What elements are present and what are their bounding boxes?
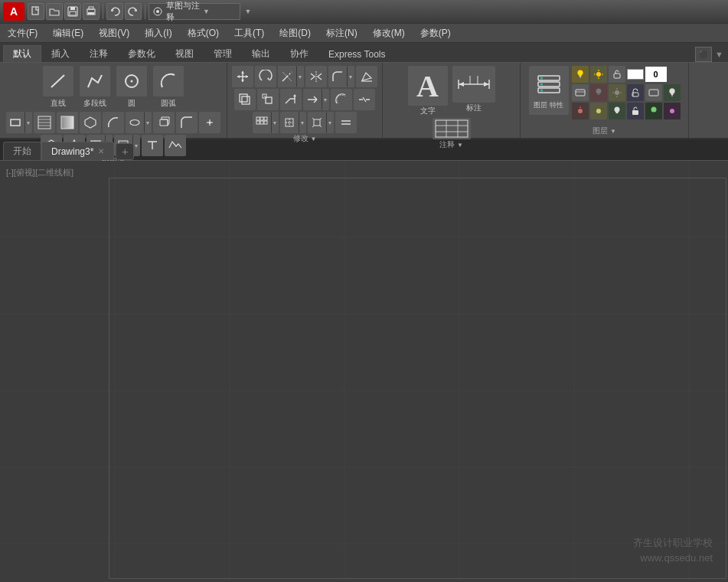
- move2-tool[interactable]: [280, 112, 299, 133]
- tab-express-tools[interactable]: Express Tools: [318, 45, 395, 62]
- table-tool[interactable]: [433, 118, 471, 139]
- layer-controls: 0: [572, 66, 681, 119]
- layer-btn10[interactable]: [627, 103, 644, 119]
- trim-tool[interactable]: [278, 66, 296, 87]
- menu-modify[interactable]: 修改(M): [365, 24, 413, 42]
- layers-group-label[interactable]: 图层: [593, 126, 616, 138]
- tab-manage[interactable]: 管理: [204, 45, 242, 62]
- hatch-tool[interactable]: [34, 112, 55, 133]
- text-tool-small[interactable]: [142, 135, 163, 156]
- arc-tool[interactable]: 圆弧: [153, 66, 184, 109]
- layer-btn5[interactable]: [645, 84, 662, 101]
- menu-view[interactable]: 视图(V): [91, 24, 137, 42]
- workspace-dropdown[interactable]: 草图与注释 ▼: [149, 3, 240, 20]
- layer-btn1[interactable]: [572, 84, 589, 101]
- explode-tool[interactable]: [308, 112, 326, 133]
- break-tool[interactable]: [354, 89, 375, 110]
- layer-properties-tool[interactable]: 图层 特性: [529, 66, 569, 115]
- ellipse-tool[interactable]: [126, 112, 144, 133]
- menu-insert[interactable]: 插入(I): [137, 24, 179, 42]
- tab-parametric[interactable]: 参数化: [118, 45, 165, 62]
- gradient-tool[interactable]: [57, 112, 78, 133]
- new-tab-button[interactable]: +: [116, 143, 134, 160]
- point-tool[interactable]: [199, 112, 220, 133]
- undo-button[interactable]: [106, 3, 123, 20]
- extend-tool[interactable]: [303, 89, 322, 110]
- open-button[interactable]: [46, 3, 63, 20]
- menu-annotate[interactable]: 标注(N): [318, 24, 365, 42]
- rectangle-tool[interactable]: [6, 112, 24, 133]
- text-tool[interactable]: A 文字: [408, 66, 448, 116]
- polyline-tool[interactable]: 多段线: [80, 66, 110, 109]
- equal-tool[interactable]: [335, 112, 357, 133]
- annotate-group-label[interactable]: 注释: [439, 139, 463, 152]
- layer-lock[interactable]: [609, 66, 625, 83]
- layer-btn2[interactable]: [590, 84, 607, 101]
- mirror-tool[interactable]: [305, 66, 327, 87]
- layer-btn4[interactable]: [627, 84, 644, 101]
- copy-tool[interactable]: [234, 89, 256, 110]
- move2-dropdown[interactable]: ▼: [299, 112, 306, 133]
- svg-point-26: [209, 122, 211, 124]
- autocad-logo[interactable]: A: [3, 2, 24, 21]
- redo-button[interactable]: [125, 3, 142, 20]
- tab-drawing3[interactable]: Drawing3* ✕: [41, 142, 114, 160]
- layer-color-swatch[interactable]: [627, 69, 644, 80]
- menu-draw[interactable]: 绘图(D): [272, 24, 318, 42]
- layer-btn9[interactable]: [609, 103, 625, 119]
- ellipse-dropdown[interactable]: ▼: [144, 112, 152, 133]
- fillet2-dropdown[interactable]: ▼: [347, 66, 354, 87]
- layer-btn7[interactable]: [572, 103, 589, 119]
- arc-small-tool[interactable]: [103, 112, 124, 133]
- layer-bulb-on[interactable]: [572, 66, 589, 83]
- layer-btn11[interactable]: [645, 103, 662, 119]
- ribbon-view-options[interactable]: ⬛: [695, 47, 712, 62]
- fillet2-tool[interactable]: [328, 66, 347, 87]
- svg-point-116: [669, 89, 674, 94]
- solid-tool[interactable]: [153, 112, 175, 133]
- line-tool[interactable]: 直线: [43, 66, 73, 109]
- tab-annotate[interactable]: 注释: [80, 45, 118, 62]
- menu-format[interactable]: 格式(O): [180, 24, 227, 42]
- fillet-tool[interactable]: [176, 112, 198, 133]
- menu-file[interactable]: 文件(F): [0, 24, 45, 42]
- layer-sun[interactable]: [590, 66, 607, 83]
- extend-dropdown[interactable]: ▼: [322, 89, 329, 110]
- menu-tools[interactable]: 工具(T): [227, 24, 272, 42]
- menu-params[interactable]: 参数(P): [413, 24, 459, 42]
- circle-tool[interactable]: 圆: [116, 66, 147, 109]
- tab-default[interactable]: 默认: [3, 45, 41, 62]
- offset-tool[interactable]: [331, 89, 352, 110]
- new-button[interactable]: [28, 3, 44, 20]
- trim-dropdown[interactable]: ▼: [296, 66, 304, 87]
- stretch-tool[interactable]: [280, 89, 302, 110]
- svg-rect-105: [576, 90, 585, 96]
- layer-btn8[interactable]: [590, 103, 607, 119]
- explode-dropdown[interactable]: ▼: [326, 112, 334, 133]
- save-button[interactable]: [64, 3, 81, 20]
- erase-tool[interactable]: [356, 66, 377, 87]
- tab-view[interactable]: 视图: [165, 45, 204, 62]
- ribbon-arrow[interactable]: ▼: [715, 50, 723, 59]
- layer-btn3[interactable]: [609, 84, 625, 101]
- rectangle-dropdown[interactable]: ▼: [24, 112, 32, 133]
- tab-insert[interactable]: 插入: [41, 45, 80, 62]
- tab-collaborate[interactable]: 协作: [280, 45, 318, 62]
- tab-output[interactable]: 输出: [242, 45, 280, 62]
- tab-start[interactable]: 开始: [3, 142, 41, 160]
- close-drawing3-button[interactable]: ✕: [98, 147, 104, 155]
- layer-btn6[interactable]: [664, 84, 681, 101]
- print-button[interactable]: [83, 3, 100, 20]
- modify-group-label[interactable]: 修改: [293, 133, 317, 146]
- wipeout-tool[interactable]: [165, 135, 186, 156]
- array-dropdown[interactable]: ▼: [271, 112, 279, 133]
- workspace-expand-button[interactable]: ▼: [242, 3, 254, 20]
- boundary-tool[interactable]: [80, 112, 101, 133]
- layer-btn12[interactable]: [664, 103, 681, 119]
- dimension-tool[interactable]: 标注: [452, 66, 495, 116]
- menu-edit[interactable]: 编辑(E): [45, 24, 91, 42]
- scale-tool[interactable]: [257, 89, 279, 110]
- move-tool[interactable]: [232, 66, 253, 87]
- rotate-tool[interactable]: [255, 66, 276, 87]
- array-tool[interactable]: [253, 112, 271, 133]
